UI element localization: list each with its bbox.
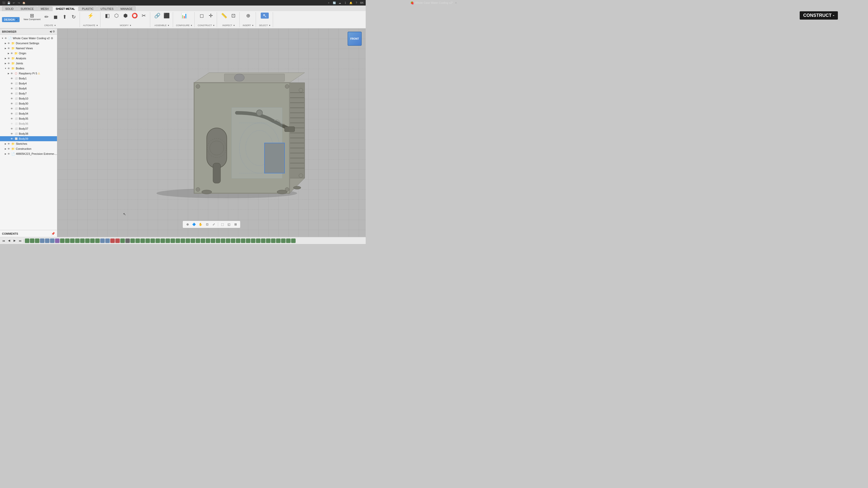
look-at-btn[interactable]: 🔷: [191, 222, 197, 227]
timeline-thumb-36[interactable]: [206, 239, 210, 243]
vis-body34[interactable]: 👁: [10, 112, 13, 115]
user-avatar[interactable]: MK: [360, 1, 364, 4]
timeline-end-btn[interactable]: ⏭: [18, 238, 23, 243]
timeline-thumb-11[interactable]: [80, 239, 85, 243]
display-mode-btn[interactable]: ⬚: [220, 222, 225, 227]
timeline-thumb-31[interactable]: [181, 239, 185, 243]
tree-item-bodies[interactable]: ▼ 👁 📁 Bodies: [0, 66, 57, 71]
timeline-thumb-22[interactable]: [135, 239, 140, 243]
timeline-thumb-51[interactable]: [281, 239, 285, 243]
timeline-thumb-37[interactable]: [211, 239, 215, 243]
tree-item-rpi5[interactable]: ▶ 👁 ⬡ Raspberry Pi 5 ⚠: [0, 71, 57, 76]
tab-sheet-metal[interactable]: SHEET METAL: [53, 6, 79, 11]
timeline-thumb-27[interactable]: [160, 239, 165, 243]
vis-body6[interactable]: 👁: [10, 87, 13, 90]
vis-body35[interactable]: 👁: [10, 117, 13, 120]
design-dropdown[interactable]: DESIGN ▼: [2, 17, 20, 22]
tab-surface[interactable]: SURFACE: [17, 6, 37, 11]
timeline-thumb-29[interactable]: [170, 239, 175, 243]
tree-item-body37[interactable]: 👁 ⬜ Body37: [0, 126, 57, 131]
tree-item-body10[interactable]: 👁 ⬜ Body10: [0, 96, 57, 101]
assemble-rigid-btn[interactable]: ⬛: [162, 12, 171, 19]
modify-chamfer-btn[interactable]: ⬢: [122, 12, 130, 19]
vis-body33[interactable]: 👁: [10, 107, 13, 110]
construct-axis-btn[interactable]: ✛: [207, 12, 215, 19]
home-btn[interactable]: 🏠: [22, 1, 26, 4]
zoom-window-btn[interactable]: ⊡: [205, 222, 210, 227]
vis-component-ref[interactable]: 👁: [7, 152, 10, 156]
tab-manage[interactable]: MANAGE: [117, 6, 136, 11]
vis-bodies[interactable]: 👁: [7, 67, 10, 70]
extrude-btn[interactable]: ⬆: [61, 14, 68, 20]
timeline-thumb-3[interactable]: [40, 239, 44, 243]
assemble-joint-btn[interactable]: 🔗: [153, 12, 161, 19]
timeline-thumb-42[interactable]: [236, 239, 240, 243]
tree-item-body35[interactable]: 👁 ⬜ Body35: [0, 116, 57, 121]
tree-item-body34[interactable]: 👁 ⬜ Body34: [0, 111, 57, 116]
vis-body38[interactable]: 👁: [10, 132, 13, 135]
configure-btn[interactable]: 📊: [180, 12, 188, 19]
timeline-thumb-12[interactable]: [85, 239, 90, 243]
tree-item-construction[interactable]: ▶ 👁 📁 Construction: [0, 146, 57, 151]
tab-utilities[interactable]: UTILITIES: [97, 6, 117, 11]
tree-item-body38[interactable]: 👁 ⬜ Body38: [0, 131, 57, 136]
vis-body30[interactable]: 👁: [10, 102, 13, 105]
timeline-thumb-53[interactable]: [291, 239, 296, 243]
timeline-thumb-10[interactable]: [75, 239, 80, 243]
vis-body36[interactable]: 👁: [10, 122, 13, 125]
tree-item-body30[interactable]: 👁 ⬜ Body30: [0, 101, 57, 106]
nav-cube-front-face[interactable]: FRONT: [348, 32, 362, 46]
tree-item-body1[interactable]: 👁 ⬜ Body1: [0, 76, 57, 81]
vis-body37[interactable]: 👁: [10, 127, 13, 130]
toggle-doc-settings[interactable]: ▶: [4, 42, 7, 45]
vis-joints[interactable]: 👁: [7, 62, 10, 65]
select-btn[interactable]: ↖: [261, 12, 269, 19]
timeline-thumb-43[interactable]: [241, 239, 245, 243]
timeline-thumb-18[interactable]: [115, 239, 120, 243]
tree-item-component-ref[interactable]: ▶ 👁 📄 48805K223_Precision Extreme-...: [0, 151, 57, 156]
timeline-thumb-45[interactable]: [251, 239, 255, 243]
tree-item-body39[interactable]: 👁 ⬜ Body39: [0, 136, 57, 141]
timeline-thumb-16[interactable]: [105, 239, 110, 243]
visual-style-btn[interactable]: ◱: [226, 222, 232, 227]
create-sketch-btn[interactable]: ✏: [42, 14, 51, 20]
timeline-thumb-26[interactable]: [155, 239, 160, 243]
timeline-thumb-23[interactable]: [141, 239, 145, 243]
tree-item-doc-settings[interactable]: ▶ 👁 📁 Document Settings: [0, 41, 57, 46]
tree-item-body7[interactable]: 👁 ⬜ Body7: [0, 91, 57, 96]
timeline-thumb-32[interactable]: [186, 239, 190, 243]
orbit-btn[interactable]: ⊕: [185, 222, 190, 227]
timeline-thumb-15[interactable]: [100, 239, 105, 243]
help-btn[interactable]: ?: [354, 1, 358, 4]
tree-item-body6[interactable]: 👁 ⬜ Body6: [0, 86, 57, 91]
toggle-component-ref[interactable]: ▶: [4, 152, 7, 155]
vis-body4[interactable]: 👁: [10, 82, 13, 85]
vis-body1[interactable]: 👁: [10, 77, 13, 80]
timeline-thumb-7[interactable]: [60, 239, 65, 243]
revolve-btn[interactable]: ↻: [69, 14, 78, 20]
timeline-thumb-39[interactable]: [221, 239, 225, 243]
timeline-thumb-28[interactable]: [165, 239, 170, 243]
timeline-thumb-41[interactable]: [231, 239, 235, 243]
add-tab-btn[interactable]: +: [327, 1, 331, 4]
timeline-thumb-48[interactable]: [266, 239, 271, 243]
vis-body10[interactable]: 👁: [10, 97, 13, 100]
tree-item-body33[interactable]: 👁 ⬜ Body33: [0, 106, 57, 111]
timeline-thumb-49[interactable]: [271, 239, 276, 243]
timeline-thumb-50[interactable]: [276, 239, 281, 243]
timeline-thumb-47[interactable]: [261, 239, 266, 243]
timeline-thumb-38[interactable]: [216, 239, 220, 243]
tab-plastic[interactable]: PLASTIC: [79, 6, 97, 11]
tree-item-analysis[interactable]: ▶ 👁 📁 Analysis: [0, 56, 57, 61]
app-menu-icon[interactable]: ⬛: [2, 1, 5, 4]
timeline-thumb-24[interactable]: [146, 239, 150, 243]
toggle-named-views[interactable]: ▶: [4, 47, 7, 50]
pan-btn[interactable]: ✋: [198, 222, 204, 227]
vis-root[interactable]: 👁: [4, 36, 7, 40]
toggle-rpi5[interactable]: ▶: [7, 72, 10, 75]
timeline-thumb-52[interactable]: [286, 239, 290, 243]
vis-analysis[interactable]: 👁: [7, 57, 10, 60]
tree-item-root[interactable]: ▼ 👁 📄 Whole Case Water Cooling v2 ⚙: [0, 36, 57, 41]
timeline-thumb-25[interactable]: [150, 239, 155, 243]
timeline-prev-btn[interactable]: ◀: [6, 238, 11, 243]
